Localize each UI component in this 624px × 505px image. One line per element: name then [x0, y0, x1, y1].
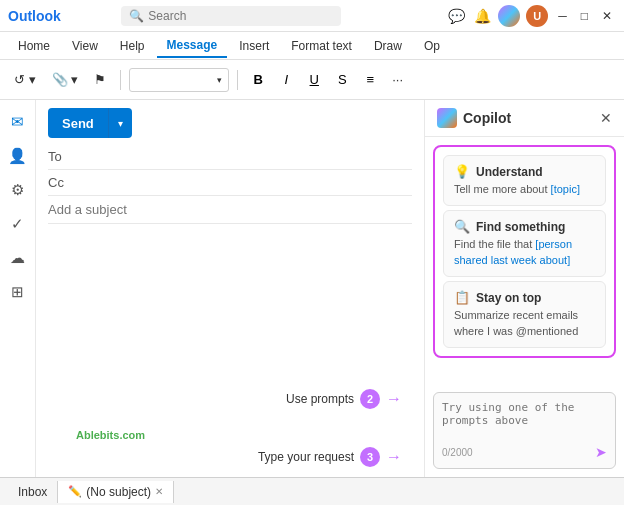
- titlebar: Outlook 🔍 💬 🔔 U ─ □ ✕: [0, 0, 624, 32]
- bold-button[interactable]: B: [246, 68, 270, 92]
- tab-help[interactable]: Help: [110, 35, 155, 57]
- close-button[interactable]: ✕: [598, 7, 616, 25]
- prompt-card-understand-label: Understand: [476, 165, 543, 179]
- tab-insert[interactable]: Insert: [229, 35, 279, 57]
- send-dropdown-button[interactable]: ▾: [108, 108, 132, 138]
- prompt-card-stay[interactable]: 📋 Stay on top Summarize recent emails wh…: [443, 281, 606, 348]
- copilot-input-area: 0/2000 ➤: [433, 392, 616, 469]
- type-request-arrow: →: [386, 448, 402, 466]
- strikethrough-button[interactable]: S: [330, 68, 354, 92]
- to-field-row: To: [48, 144, 412, 170]
- use-prompts-circle: 2: [360, 389, 380, 409]
- clipboard-icon: 📋: [454, 290, 470, 305]
- inbox-tab-label: Inbox: [18, 485, 47, 499]
- prompt-card-understand-desc: Tell me more about [topic]: [454, 182, 595, 197]
- copilot-title: Copilot: [463, 110, 594, 126]
- avatar[interactable]: U: [526, 5, 548, 27]
- tab-op[interactable]: Op: [414, 35, 450, 57]
- copilot-panel: Copilot ✕ 💡 Understand Tell me more abou…: [424, 100, 624, 477]
- search-bar[interactable]: 🔍: [121, 6, 341, 26]
- undo-button[interactable]: ↺ ▾: [8, 68, 42, 91]
- sidebar-icon-mail[interactable]: ✉: [4, 108, 32, 136]
- copilot-send-button[interactable]: ➤: [595, 444, 607, 460]
- tab-draw[interactable]: Draw: [364, 35, 412, 57]
- maximize-button[interactable]: □: [577, 7, 592, 25]
- subject-row: [48, 196, 412, 224]
- chevron-down-icon: ▾: [217, 75, 222, 85]
- type-request-annotation: Type your request 3 →: [258, 447, 402, 467]
- compose-header: Send ▾: [48, 108, 412, 138]
- prompt-card-stay-desc: Summarize recent emails where I was @men…: [454, 308, 595, 339]
- prompt-card-stay-label: Stay on top: [476, 291, 541, 305]
- left-sidebar: ✉ 👤 ⚙ ✓ ☁ ⊞: [0, 100, 36, 477]
- bottom-tabs: Inbox ✏️ (No subject) ✕: [0, 477, 624, 505]
- prompt-card-find-label: Find something: [476, 220, 565, 234]
- tab-format-text[interactable]: Format text: [281, 35, 362, 57]
- sidebar-icon-tasks[interactable]: ✓: [4, 210, 32, 238]
- ribbon-tabs: Home View Help Message Insert Format tex…: [0, 32, 624, 60]
- type-request-label: Type your request: [258, 450, 354, 464]
- more-options-button[interactable]: ···: [386, 68, 409, 91]
- prompt-card-find-title: 🔍 Find something: [454, 219, 595, 234]
- tab-message[interactable]: Message: [157, 34, 228, 58]
- copilot-titlebar-icon[interactable]: [498, 5, 520, 27]
- type-request-circle: 3: [360, 447, 380, 467]
- attach-button[interactable]: 📎 ▾: [46, 68, 85, 91]
- sidebar-icon-settings[interactable]: ⚙: [4, 176, 32, 204]
- use-prompts-annotation: Use prompts 2 →: [286, 389, 402, 409]
- tab-inbox[interactable]: Inbox: [8, 481, 58, 503]
- chat-icon[interactable]: 💬: [446, 6, 466, 26]
- main-layout: ✉ 👤 ⚙ ✓ ☁ ⊞ Send ▾ To Cc Use prompts: [0, 100, 624, 477]
- to-label: To: [48, 149, 76, 164]
- to-input[interactable]: [76, 149, 412, 164]
- app-name: Outlook: [8, 8, 61, 24]
- font-dropdown[interactable]: ▾: [129, 68, 229, 92]
- char-count: 0/2000: [442, 447, 473, 458]
- no-subject-tab-label: (No subject): [86, 485, 151, 499]
- compose-area: Send ▾ To Cc Use prompts 2 → Type your r…: [36, 100, 424, 477]
- copilot-logo: [437, 108, 457, 128]
- prompt-card-find[interactable]: 🔍 Find something Find the file that [per…: [443, 210, 606, 277]
- tab-home[interactable]: Home: [8, 35, 60, 57]
- flag-button[interactable]: ⚑: [88, 68, 112, 91]
- bell-icon[interactable]: 🔔: [472, 6, 492, 26]
- tab-view[interactable]: View: [62, 35, 108, 57]
- search-input[interactable]: [148, 9, 333, 23]
- spacer: [425, 366, 624, 392]
- cc-input[interactable]: [76, 175, 412, 190]
- pencil-icon: ✏️: [68, 485, 82, 498]
- toolbar-separator-2: [237, 70, 238, 90]
- sidebar-icon-apps[interactable]: ⊞: [4, 278, 32, 306]
- search-icon: 🔍: [129, 9, 144, 23]
- cc-label: Cc: [48, 175, 76, 190]
- magnify-icon: 🔍: [454, 219, 470, 234]
- copilot-input-footer: 0/2000 ➤: [442, 444, 607, 460]
- send-button[interactable]: Send: [48, 116, 108, 131]
- find-desc-plain: Find the file that: [454, 238, 535, 250]
- tab-close-button[interactable]: ✕: [155, 486, 163, 497]
- copilot-close-button[interactable]: ✕: [600, 110, 612, 126]
- ribbon-toolbar: ↺ ▾ 📎 ▾ ⚑ ▾ B I U S ≡ ···: [0, 60, 624, 100]
- titlebar-icons: 💬 🔔 U ─ □ ✕: [446, 5, 616, 27]
- toolbar-separator-1: [120, 70, 121, 90]
- cc-field-row: Cc: [48, 170, 412, 196]
- use-prompts-label: Use prompts: [286, 392, 354, 406]
- sidebar-icon-cloud[interactable]: ☁: [4, 244, 32, 272]
- understand-desc-plain: Tell me more about: [454, 183, 551, 195]
- bulb-icon: 💡: [454, 164, 470, 179]
- prompt-card-stay-title: 📋 Stay on top: [454, 290, 595, 305]
- prompt-card-understand[interactable]: 💡 Understand Tell me more about [topic]: [443, 155, 606, 206]
- copilot-input[interactable]: [442, 401, 607, 437]
- minimize-button[interactable]: ─: [554, 7, 571, 25]
- underline-button[interactable]: U: [302, 68, 326, 92]
- prompt-card-understand-title: 💡 Understand: [454, 164, 595, 179]
- use-prompts-arrow: →: [386, 390, 402, 408]
- prompt-card-find-desc: Find the file that [person shared last w…: [454, 237, 595, 268]
- indent-button[interactable]: ≡: [358, 68, 382, 92]
- italic-button[interactable]: I: [274, 68, 298, 92]
- stay-desc-plain: Summarize recent emails where I was @men…: [454, 309, 578, 336]
- send-button-group[interactable]: Send ▾: [48, 108, 132, 138]
- subject-input[interactable]: [48, 202, 412, 217]
- tab-no-subject[interactable]: ✏️ (No subject) ✕: [58, 481, 174, 503]
- sidebar-icon-people[interactable]: 👤: [4, 142, 32, 170]
